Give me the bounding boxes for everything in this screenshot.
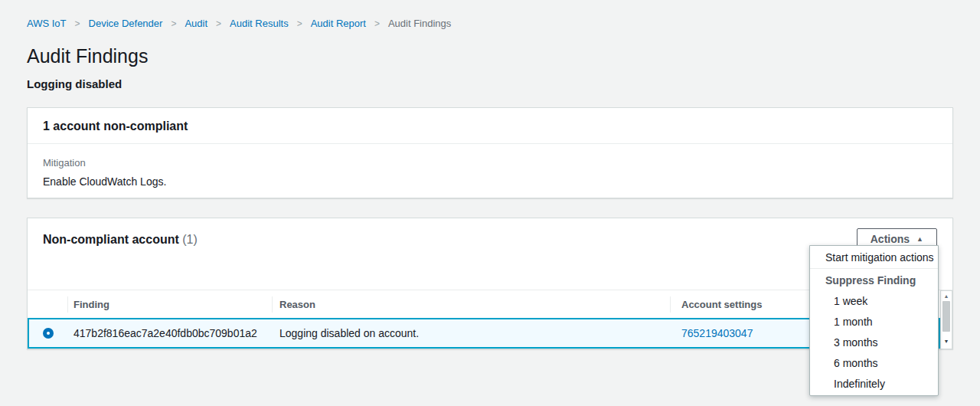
row-radio-selected[interactable] — [43, 328, 54, 339]
scroll-down-icon[interactable]: ▼ — [941, 339, 952, 344]
menu-item-1-month[interactable]: 1 month — [810, 311, 938, 332]
actions-dropdown-menu: Start mitigation actions Suppress Findin… — [809, 245, 939, 396]
table-title-text: Non-compliant account — [43, 233, 179, 246]
table-row[interactable]: 417b2f816eac7a2e40fdb0bc709b01a2 Logging… — [28, 318, 940, 349]
caret-up-icon: ▲ — [916, 236, 923, 243]
breadcrumb-separator-icon: > — [374, 18, 380, 29]
summary-card-header: 1 account non-compliant — [28, 108, 952, 144]
audit-findings-page: AWS IoT > Device Defender > Audit > Audi… — [0, 0, 980, 406]
breadcrumb-audit[interactable]: Audit — [185, 18, 207, 29]
menu-item-indefinitely[interactable]: Indefinitely — [810, 373, 938, 394]
page-title: Audit Findings — [27, 44, 953, 67]
menu-item-1-week[interactable]: 1 week — [810, 290, 938, 311]
breadcrumb-aws-iot[interactable]: AWS IoT — [27, 18, 67, 29]
menu-group-suppress-finding[interactable]: Suppress Finding — [810, 270, 938, 290]
breadcrumb-audit-results[interactable]: Audit Results — [230, 18, 289, 29]
table-row-count: (1) — [182, 233, 198, 246]
breadcrumb-separator-icon: > — [297, 18, 302, 29]
menu-item-start-mitigation-actions[interactable]: Start mitigation actions — [810, 247, 938, 267]
breadcrumb-separator-icon: > — [171, 18, 176, 29]
column-header-finding: Finding — [67, 290, 272, 318]
breadcrumb-current-page: Audit Findings — [388, 18, 451, 29]
menu-item-6-months[interactable]: 6 months — [810, 352, 938, 373]
table-vertical-scrollbar[interactable]: ▲ ▼ — [940, 290, 952, 349]
row-radio-cell — [29, 328, 67, 339]
breadcrumb: AWS IoT > Device Defender > Audit > Audi… — [27, 0, 953, 29]
actions-button-label: Actions — [871, 233, 910, 245]
finding-id-cell: 417b2f816eac7a2e40fdb0bc709b01a2 — [67, 327, 272, 339]
column-header-reason: Reason — [272, 290, 670, 318]
scrollbar-thumb[interactable] — [942, 301, 950, 332]
breadcrumb-audit-report[interactable]: Audit Report — [311, 18, 366, 29]
breadcrumb-separator-icon: > — [216, 18, 221, 29]
mitigation-label: Mitigation — [43, 157, 937, 169]
scroll-up-icon[interactable]: ▲ — [941, 293, 952, 299]
menu-item-3-months[interactable]: 3 months — [810, 332, 938, 352]
compliance-summary-card: 1 account non-compliant Mitigation Enabl… — [27, 107, 953, 198]
selection-column-header — [28, 290, 67, 318]
account-settings-link[interactable]: 765219403047 — [681, 327, 753, 339]
mitigation-value: Enable CloudWatch Logs. — [43, 175, 937, 188]
breadcrumb-device-defender[interactable]: Device Defender — [89, 18, 163, 29]
breadcrumb-separator-icon: > — [75, 18, 80, 29]
menu-divider — [810, 268, 938, 269]
table-card-title: Non-compliant account (1) — [43, 233, 198, 247]
summary-card-body: Mitigation Enable CloudWatch Logs. — [28, 144, 952, 198]
reason-cell: Logging disabled on account. — [272, 327, 670, 339]
check-name-subtitle: Logging disabled — [27, 77, 953, 90]
